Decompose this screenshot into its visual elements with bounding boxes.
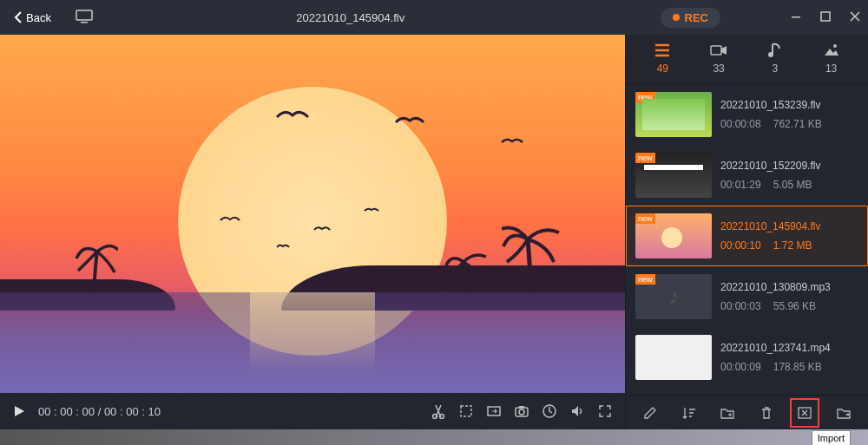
file-item[interactable]: new20221010_153239.flv00:00:08762.71 KB — [626, 84, 868, 145]
file-thumbnail: new — [635, 92, 712, 137]
fullscreen-icon[interactable] — [597, 403, 613, 419]
delete-icon[interactable] — [753, 400, 779, 426]
svg-rect-10 — [519, 406, 524, 409]
file-meta: 00:00:0355.96 KB — [720, 300, 831, 312]
folder-add-icon[interactable] — [714, 400, 740, 426]
file-thumbnail: new — [635, 274, 712, 319]
tab-video-count: 33 — [713, 62, 724, 75]
bird-graphic — [500, 135, 524, 146]
record-button[interactable]: REC — [661, 8, 720, 28]
svg-rect-6 — [461, 406, 471, 416]
maximize-button[interactable] — [819, 10, 832, 25]
new-badge: new — [635, 213, 655, 224]
edit-icon[interactable] — [637, 400, 663, 426]
tab-image[interactable]: 13 — [810, 42, 853, 75]
bird-graphic — [312, 225, 332, 232]
speed-icon[interactable] — [542, 403, 557, 419]
svg-point-5 — [440, 415, 444, 419]
bird-graphic — [275, 107, 310, 121]
new-badge: new — [635, 153, 655, 163]
file-meta: 00:00:09178.85 KB — [720, 361, 831, 373]
snapshot-icon[interactable] — [514, 403, 529, 419]
file-size: 762.71 KB — [773, 118, 822, 130]
tab-audio[interactable]: 3 — [753, 42, 797, 75]
svg-point-9 — [519, 409, 524, 415]
file-title: 20221010_145904.flv — [41, 11, 661, 24]
file-duration: 00:01:29 — [720, 179, 761, 191]
file-info: 20221010_123741.mp400:00:09178.85 KB — [720, 335, 831, 380]
desktop-strip — [0, 429, 868, 445]
svg-rect-12 — [711, 46, 721, 55]
file-name: 20221010_152209.flv — [720, 160, 820, 172]
record-dot-icon — [673, 14, 680, 21]
file-item[interactable]: 20221010_123741.mp400:00:09178.85 KB — [626, 327, 868, 388]
file-info: 20221010_153239.flv00:00:08762.71 KB — [720, 92, 822, 137]
bird-graphic — [275, 243, 291, 250]
file-item[interactable]: new20221010_145904.flv00:00:101.72 MB — [626, 206, 868, 266]
time-display: 00 : 00 : 00 / 00 : 00 : 10 — [38, 405, 161, 418]
export-icon[interactable] — [486, 403, 502, 419]
chevron-left-icon — [14, 11, 23, 23]
svg-point-14 — [833, 44, 837, 48]
minimize-button[interactable] — [790, 10, 802, 25]
file-size: 178.85 KB — [773, 361, 822, 373]
file-name: 20221010_145904.flv — [720, 220, 820, 232]
file-info: 20221010_130809.mp300:00:0355.96 KB — [720, 274, 831, 319]
file-name: 20221010_123741.mp4 — [720, 342, 831, 354]
tab-all-count: 49 — [657, 62, 668, 75]
volume-icon[interactable] — [569, 403, 585, 419]
file-list[interactable]: new20221010_153239.flv00:00:08762.71 KBn… — [626, 84, 868, 395]
bird-graphic — [363, 206, 380, 213]
file-duration: 00:00:10 — [720, 239, 761, 252]
sidebar: 49 33 3 13 new20221010_153239.flv00:00:0… — [625, 35, 868, 429]
import-icon[interactable] — [792, 400, 818, 426]
bird-graphic — [219, 214, 241, 223]
new-badge: new — [635, 274, 655, 285]
file-meta: 00:00:08762.71 KB — [720, 118, 822, 130]
file-thumbnail — [635, 335, 712, 380]
file-info: 20221010_145904.flv00:00:101.72 MB — [720, 213, 820, 258]
tab-all[interactable]: 49 — [641, 42, 684, 75]
bird-graphic — [394, 114, 425, 126]
svg-rect-3 — [821, 12, 830, 21]
video-canvas[interactable] — [0, 35, 625, 393]
file-size: 55.96 KB — [773, 300, 816, 312]
trim-icon[interactable] — [431, 403, 446, 419]
play-button[interactable] — [12, 404, 26, 418]
player-panel: 00 : 00 : 00 / 00 : 00 : 10 — [0, 35, 625, 429]
file-info: 20221010_152209.flv00:01:295.05 MB — [720, 153, 820, 198]
crop-icon[interactable] — [458, 403, 474, 419]
side-tabs: 49 33 3 13 — [626, 35, 868, 84]
import-tooltip: Import — [812, 430, 851, 445]
svg-rect-2 — [792, 16, 800, 18]
svg-point-4 — [433, 415, 437, 419]
file-item[interactable]: new20221010_130809.mp300:00:0355.96 KB — [626, 266, 868, 327]
water-graphic — [0, 292, 625, 393]
sort-icon[interactable] — [676, 400, 702, 426]
file-duration: 00:00:08 — [720, 118, 761, 130]
tab-image-count: 13 — [825, 62, 837, 75]
file-item[interactable]: new20221010_152209.flv00:01:295.05 MB — [626, 145, 868, 206]
file-meta: 00:00:101.72 MB — [720, 239, 820, 252]
file-thumbnail: new — [635, 213, 712, 258]
close-button[interactable] — [849, 10, 861, 25]
file-size: 5.05 MB — [773, 179, 812, 191]
record-label: REC — [685, 11, 708, 24]
file-duration: 00:00:09 — [720, 361, 761, 373]
player-controls: 00 : 00 : 00 / 00 : 00 : 10 — [0, 393, 625, 429]
new-badge: new — [635, 92, 655, 102]
file-duration: 00:00:03 — [720, 300, 761, 312]
folder-open-icon[interactable] — [831, 400, 857, 426]
file-thumbnail: new — [635, 153, 712, 198]
file-name: 20221010_130809.mp3 — [720, 281, 831, 293]
tab-video[interactable]: 33 — [697, 42, 740, 75]
topbar: Back 20221010_145904.flv REC — [0, 0, 868, 35]
file-name: 20221010_153239.flv — [720, 99, 822, 111]
window-controls — [790, 10, 861, 25]
tab-audio-count: 3 — [773, 62, 779, 75]
svg-point-13 — [768, 52, 773, 57]
sidebar-footer: Import — [626, 395, 868, 429]
file-meta: 00:01:295.05 MB — [720, 179, 820, 191]
file-size: 1.72 MB — [773, 239, 812, 252]
